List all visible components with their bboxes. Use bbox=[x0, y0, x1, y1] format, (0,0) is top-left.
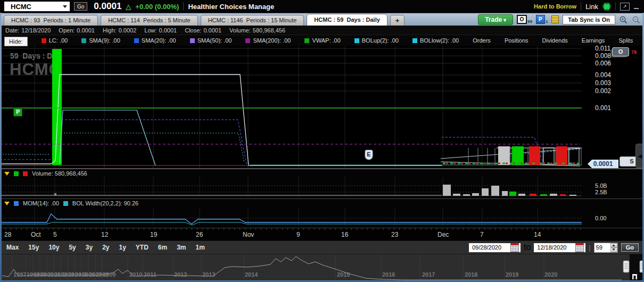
range-button-max[interactable]: Max bbox=[6, 243, 19, 252]
indicator-swatch bbox=[42, 38, 46, 43]
range-button-6m[interactable]: 6m bbox=[158, 243, 167, 252]
main-price-chart[interactable]: 59 Days : Da HCMC 0.0110.0080.0060.0040.… bbox=[0, 46, 644, 168]
stepper-down-icon[interactable] bbox=[610, 247, 617, 252]
from-date-box bbox=[469, 243, 521, 252]
legend-link-dividends[interactable]: Dividends bbox=[542, 37, 568, 44]
momentum-panel[interactable]: MOM(14): .00 BOL Width(20,2,2): 90.26 0.… bbox=[0, 199, 644, 228]
to-word: to bbox=[524, 243, 531, 252]
trade-button[interactable]: Trade bbox=[478, 14, 513, 25]
time-axis-label: 14 bbox=[534, 231, 541, 238]
ohlc-high: High:0.0002 bbox=[103, 27, 136, 34]
position-marker-badge[interactable]: P bbox=[13, 108, 22, 117]
legend-indicator-sma9[interactable]: SMA(9): .00 bbox=[81, 37, 120, 44]
positions-count-icon[interactable]: P 1 bbox=[536, 15, 548, 24]
window-border-left bbox=[0, 13, 2, 282]
range-button-3y[interactable]: 3y bbox=[86, 243, 93, 252]
time-axis-label: 9 bbox=[296, 231, 300, 238]
minimize-icon[interactable] bbox=[634, 8, 639, 9]
panel-divider[interactable] bbox=[0, 198, 644, 199]
indicator-swatch bbox=[354, 38, 359, 43]
zoom-out-icon[interactable] bbox=[632, 15, 641, 24]
band-inner-line bbox=[60, 110, 155, 165]
time-axis-label: 23 bbox=[391, 231, 398, 238]
range-button-10y[interactable]: 10y bbox=[48, 243, 59, 252]
indicator-label: BOLlow(2): .00 bbox=[420, 37, 459, 44]
volume-bar bbox=[569, 195, 576, 196]
to-date-box bbox=[534, 243, 585, 252]
calendar-icon[interactable] bbox=[575, 243, 584, 252]
indicator-label: SMA(20): .00 bbox=[142, 37, 176, 44]
tab-15-minute[interactable]: HCMC : 1146 Periods : 15 Minute bbox=[201, 15, 304, 26]
stepper-up-icon[interactable] bbox=[610, 243, 617, 248]
history-navigator[interactable]: 1997199819992000200120022003200420052006… bbox=[0, 254, 644, 280]
timeline-left-handle[interactable] bbox=[623, 261, 629, 272]
legend-indicator-sma200[interactable]: SMA(200): .00 bbox=[245, 37, 291, 44]
indicator-legend-bar: Hide: LC: .00 SMA(9): .00 SMA(20): .00 S… bbox=[0, 35, 644, 46]
volume-bar bbox=[491, 186, 499, 196]
ohlc-open: Open:0.0001 bbox=[59, 27, 95, 34]
candle-red bbox=[529, 146, 540, 165]
volume-bar bbox=[443, 185, 451, 196]
legend-indicator-bollow[interactable]: BOLlow(2): .00 bbox=[412, 37, 459, 44]
chevron-down-icon bbox=[63, 5, 67, 8]
up-triangle-icon bbox=[126, 3, 131, 11]
divider bbox=[615, 2, 616, 11]
volume-panel[interactable]: Volume: 580,968,456 5.0B2.5B bbox=[0, 169, 644, 198]
volume-down-swatch bbox=[23, 171, 28, 176]
volume-panel-header: Volume: 580,968,456 bbox=[4, 170, 87, 177]
range-button-5y[interactable]: 5y bbox=[69, 243, 76, 252]
zoom-in-icon[interactable] bbox=[619, 15, 628, 24]
range-button-3m[interactable]: 3m bbox=[177, 243, 186, 252]
legend-indicator-sma20[interactable]: SMA(20): .00 bbox=[134, 37, 176, 44]
symbol-go-button[interactable]: Go bbox=[74, 2, 87, 11]
link-status-icon[interactable] bbox=[602, 3, 611, 11]
hide-indicators-button[interactable]: Hide: bbox=[4, 37, 28, 46]
momentum-panel-header: MOM(14): .00 BOL Width(20,2,2): 90.26 bbox=[4, 200, 138, 206]
orders-count-icon[interactable]: O 99 bbox=[517, 15, 532, 24]
volume-bar bbox=[54, 193, 56, 196]
tab-5-minute[interactable]: HCMC : 114 Periods : 5 Minute bbox=[101, 15, 197, 26]
from-date-input[interactable] bbox=[472, 244, 508, 251]
legend-indicator-lc[interactable]: LC: .00 bbox=[42, 37, 68, 44]
range-button-2y[interactable]: 2y bbox=[102, 243, 109, 252]
order-marker-badge[interactable]: O bbox=[612, 47, 629, 56]
legend-link-orders[interactable]: Orders bbox=[473, 37, 491, 44]
range-button-1y[interactable]: 1y bbox=[119, 243, 126, 252]
tab-daily-active[interactable]: HCMC : 59 Days : Daily bbox=[307, 14, 387, 26]
tab-1-minute[interactable]: HCMC : 93 Periods : 1 Minute bbox=[4, 15, 98, 26]
range-button-15y[interactable]: 15y bbox=[28, 243, 39, 252]
tab-sync-toggle[interactable]: Tab Sync is On bbox=[563, 15, 615, 24]
indicator-swatch bbox=[304, 38, 309, 43]
collapse-triangle-icon[interactable] bbox=[4, 172, 10, 176]
add-tab-button[interactable]: + bbox=[390, 15, 405, 26]
calendar-icon[interactable] bbox=[510, 243, 519, 252]
range-button-1m[interactable]: 1m bbox=[196, 243, 205, 252]
legend-link-splits[interactable]: Splits bbox=[618, 37, 633, 44]
candle-green bbox=[512, 146, 524, 165]
symbol-select[interactable]: HCMC bbox=[4, 2, 70, 11]
legend-link-earnings[interactable]: Earnings bbox=[582, 37, 605, 44]
range-button-ytd[interactable]: YTD bbox=[136, 243, 148, 252]
legend-indicator-sma50[interactable]: SMA(50): .00 bbox=[190, 37, 232, 44]
legend-link-positions[interactable]: Positions bbox=[505, 37, 529, 44]
volume-label: Volume: 580,968,456 bbox=[32, 170, 87, 177]
price-change: +0.00 (0.00%) bbox=[135, 3, 179, 11]
notes-list-icon[interactable] bbox=[551, 15, 559, 23]
collapse-triangle-icon[interactable] bbox=[4, 202, 10, 205]
title-bar: HCMC Go 0.0001 +0.00 (0.00%) Healthier C… bbox=[0, 0, 644, 13]
volume-bar-down bbox=[530, 194, 536, 196]
popout-window-icon[interactable] bbox=[620, 3, 630, 11]
to-date-input[interactable] bbox=[537, 244, 573, 251]
date-range-controls: to | Go bbox=[469, 243, 639, 253]
panel-divider[interactable] bbox=[0, 168, 644, 169]
volume-bar bbox=[550, 194, 557, 196]
legend-indicator-vwap[interactable]: VWAP: .00 bbox=[304, 37, 340, 44]
ohlc-close: Close:0.0001 bbox=[185, 27, 221, 34]
volume-plot bbox=[0, 169, 644, 198]
volume-bar bbox=[463, 194, 470, 196]
periods-input[interactable] bbox=[595, 244, 610, 251]
earnings-marker-badge[interactable]: E bbox=[365, 150, 373, 160]
legend-indicator-bolup[interactable]: BOLup(2): .00 bbox=[354, 37, 399, 44]
range-go-button[interactable]: Go bbox=[621, 243, 639, 252]
indicator-swatch bbox=[81, 38, 86, 43]
